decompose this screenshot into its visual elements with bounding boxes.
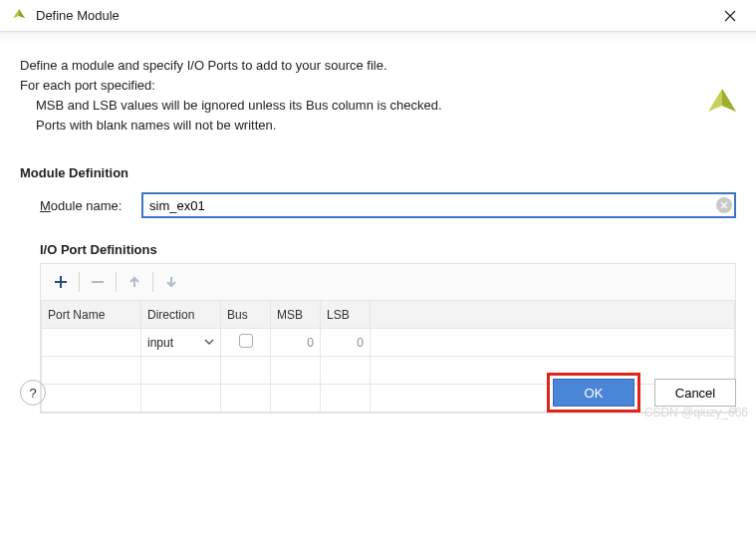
col-direction: Direction xyxy=(141,301,221,329)
plus-icon xyxy=(54,275,68,289)
arrow-up-icon xyxy=(127,275,141,289)
desc-line-4: Ports with blank names will not be writt… xyxy=(20,116,736,136)
brand-decor-icon xyxy=(702,84,742,127)
title-bar: Define Module xyxy=(0,0,756,32)
cell-msb[interactable]: 0 xyxy=(271,329,321,357)
desc-line-3: MSB and LSB values will be ignored unles… xyxy=(20,96,736,116)
ok-button[interactable]: OK xyxy=(553,379,634,407)
cancel-button[interactable]: Cancel xyxy=(654,379,736,407)
cell-lsb[interactable]: 0 xyxy=(321,329,371,357)
col-lsb: LSB xyxy=(321,301,371,329)
module-name-input[interactable] xyxy=(141,192,736,218)
close-icon xyxy=(724,10,736,22)
add-port-button[interactable] xyxy=(49,270,73,294)
table-row[interactable]: input 0 0 xyxy=(42,329,735,357)
col-bus: Bus xyxy=(221,301,271,329)
cell-direction[interactable]: input xyxy=(141,329,221,357)
move-down-button[interactable] xyxy=(159,270,183,294)
io-header-row: Port Name Direction Bus MSB LSB xyxy=(42,301,735,329)
cell-bus[interactable] xyxy=(221,329,271,357)
window-title: Define Module xyxy=(36,8,120,23)
clear-icon xyxy=(720,201,728,209)
app-icon xyxy=(10,7,28,25)
io-port-definitions-heading: I/O Port Definitions xyxy=(40,242,736,257)
minus-icon xyxy=(91,275,105,289)
io-toolbar xyxy=(41,264,735,300)
col-msb: MSB xyxy=(271,301,321,329)
clear-input-button[interactable] xyxy=(716,197,732,213)
desc-line-1: Define a module and specify I/O Ports to… xyxy=(20,56,736,76)
chevron-down-icon xyxy=(204,336,214,350)
module-name-label: Module name: xyxy=(40,198,141,213)
col-port-name: Port Name xyxy=(42,301,141,329)
help-button[interactable]: ? xyxy=(20,380,46,406)
close-button[interactable] xyxy=(714,0,746,32)
remove-port-button[interactable] xyxy=(86,270,110,294)
cell-port-name[interactable] xyxy=(42,329,141,357)
footer: ? OK Cancel xyxy=(0,370,756,415)
move-up-button[interactable] xyxy=(123,270,146,294)
module-definition-heading: Module Definition xyxy=(20,165,736,180)
bus-checkbox[interactable] xyxy=(239,334,253,348)
watermark: CSDN @qiuzy_666 xyxy=(644,406,748,419)
description-text: Define a module and specify I/O Ports to… xyxy=(20,56,736,136)
ok-highlight: OK xyxy=(547,373,640,412)
arrow-down-icon xyxy=(164,275,178,289)
desc-line-2: For each port specified: xyxy=(20,76,736,96)
col-spacer xyxy=(371,301,735,329)
